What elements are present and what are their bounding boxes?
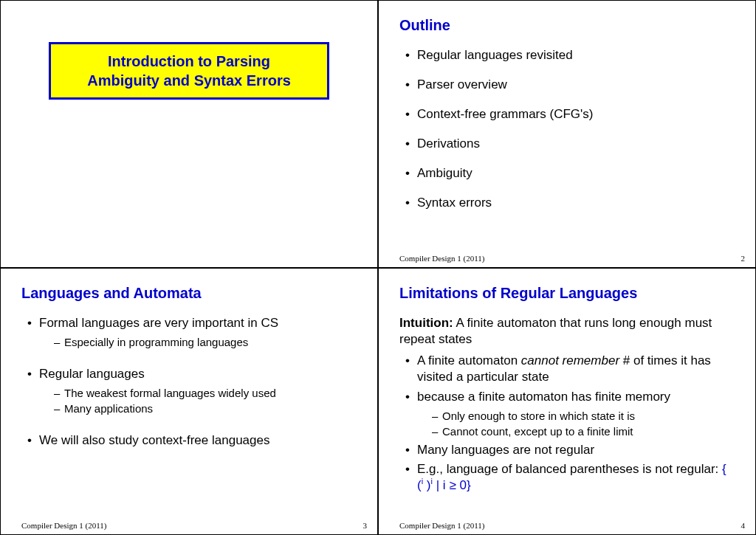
list-item: Context-free grammars (CFG's)	[405, 106, 735, 122]
bullet-text: Formal languages are very important in C…	[39, 316, 278, 330]
bullet-text-a: E.g., language of balanced parentheses i…	[417, 462, 722, 476]
title-line-2: Ambiguity and Syntax Errors	[61, 71, 317, 90]
list-item: E.g., language of balanced parentheses i…	[405, 461, 735, 494]
list-item: Regular languages The weakest formal lan…	[27, 366, 357, 416]
sub-item: The weakest formal languages widely used	[54, 385, 357, 401]
title-box: Introduction to Parsing Ambiguity and Sy…	[49, 42, 329, 100]
footer-text: Compiler Design 1 (2011)	[21, 521, 106, 530]
sub-item: Cannot count, except up to a finite limi…	[432, 424, 735, 439]
list-item: Syntax errors	[405, 195, 735, 211]
geq-symbol: ≥	[449, 478, 456, 492]
slide-heading: Languages and Automata	[21, 285, 357, 302]
list-item: A finite automaton cannot remember # of …	[405, 353, 735, 385]
outline-list: Regular languages revisited Parser overv…	[399, 47, 735, 212]
list-item: because a finite automaton has finite me…	[405, 389, 735, 439]
bullet-text: We will also study context-free language…	[39, 433, 269, 447]
list-item: Formal languages are very important in C…	[27, 315, 357, 350]
footer-text: Compiler Design 1 (2011)	[399, 254, 484, 263]
bullet-text: Regular languages	[39, 367, 145, 381]
bullet-text-a: A finite automaton	[417, 353, 521, 367]
list-item: Derivations	[405, 136, 735, 152]
bullet-text: because a finite automaton has finite me…	[417, 390, 670, 404]
set-mid: )	[423, 478, 430, 492]
list-item: Regular languages revisited	[405, 47, 735, 63]
content-list: Formal languages are very important in C…	[21, 315, 357, 449]
page-number: 2	[741, 254, 746, 263]
page-number: 3	[363, 521, 368, 530]
title-line-1: Introduction to Parsing	[61, 52, 317, 71]
list-item: Many languages are not regular	[405, 442, 735, 458]
list-item: Ambiguity	[405, 165, 735, 182]
set-close: 0}	[456, 478, 471, 492]
bullet-text: Many languages are not regular	[417, 443, 594, 457]
slide-3: Languages and Automata Formal languages …	[0, 268, 378, 536]
slide-grid: Introduction to Parsing Ambiguity and Sy…	[0, 0, 756, 535]
footer-text: Compiler Design 1 (2011)	[399, 521, 484, 530]
list-item: Parser overview	[405, 77, 735, 93]
slide-heading: Limitations of Regular Languages	[399, 285, 735, 302]
set-bar: | i	[433, 478, 449, 492]
sub-item: Only enough to store in which state it i…	[432, 408, 735, 424]
intuition-line: Intuition: A finite automaton that runs …	[399, 315, 735, 349]
sub-item: Especially in programming languages	[54, 334, 357, 350]
intuition-label: Intuition:	[399, 316, 453, 330]
bullet-text-b: cannot remember	[521, 353, 619, 367]
sub-item: Many applications	[54, 401, 357, 416]
slide-1: Introduction to Parsing Ambiguity and Sy…	[0, 0, 378, 268]
sub-list: Especially in programming languages	[39, 334, 357, 350]
slide-4: Limitations of Regular Languages Intuiti…	[378, 268, 756, 536]
slide-heading: Outline	[399, 17, 735, 34]
sub-list: The weakest formal languages widely used…	[39, 385, 357, 416]
sub-list: Only enough to store in which state it i…	[417, 408, 735, 439]
page-number: 4	[741, 521, 746, 530]
content-list: A finite automaton cannot remember # of …	[399, 353, 735, 494]
slide-2: Outline Regular languages revisited Pars…	[378, 0, 756, 268]
list-item: We will also study context-free language…	[27, 432, 357, 449]
